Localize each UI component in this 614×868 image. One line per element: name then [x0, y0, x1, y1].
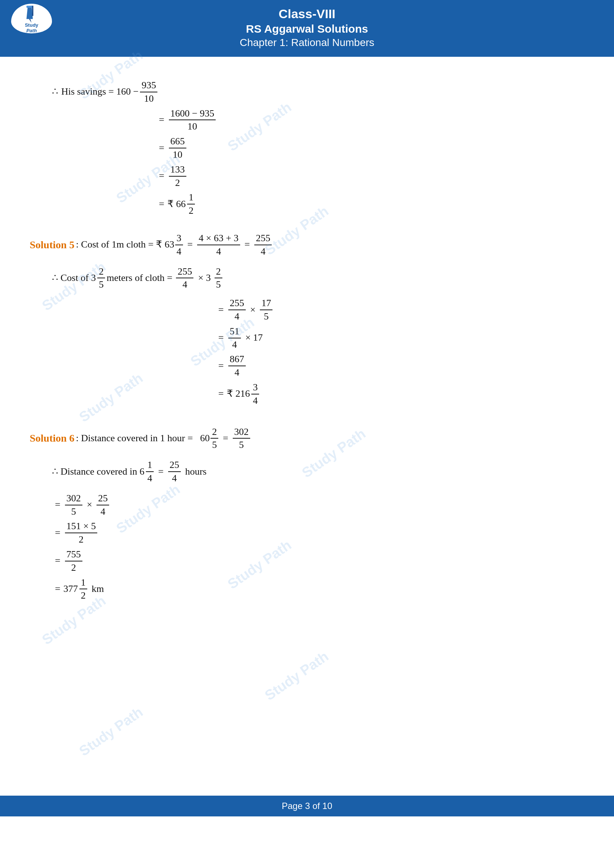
savings-text: His savings = 160 −: [61, 83, 138, 101]
sol5-line1: Solution 5 : Cost of 1m cloth = ₹ 63 3 4…: [30, 232, 584, 258]
frac-4x63p3-4: 4 × 63 + 3 4: [197, 232, 240, 258]
solution5-block: Solution 5 : Cost of 1m cloth = ₹ 63 3 4…: [30, 232, 584, 407]
frac-151x5-2: 151 × 5 2: [65, 520, 98, 546]
frac-133-2: 133 2: [169, 163, 186, 189]
sol5-line6: = ₹ 216 3 4: [215, 381, 584, 407]
frac-867-4: 867 4: [228, 353, 246, 379]
solution6-block: Solution 6 : Distance covered in 1 hour …: [30, 426, 584, 602]
svg-rect-3: [32, 6, 33, 16]
header-line1: Class-VIII: [8, 7, 606, 21]
therefore-symbol: ∴: [52, 83, 58, 101]
main-content: ∴ His savings = 160 − 935 10 = 1600 − 93…: [0, 57, 614, 632]
sol6-line3: = 302 5 × 25 4: [52, 492, 584, 518]
svg-rect-2: [26, 6, 33, 8]
savings-line1: ∴ His savings = 160 − 935 10: [52, 79, 584, 105]
sol6-line6: = 377 1 2 km: [52, 576, 584, 602]
cost-3-label: Cost of 3: [60, 270, 96, 287]
frac-755-2: 755 2: [65, 548, 82, 574]
frac-2-5-a: 2 5: [97, 265, 105, 291]
solution4-block: ∴ His savings = 160 − 935 10 = 1600 − 93…: [30, 79, 584, 217]
sol5-line5: = 867 4: [215, 353, 584, 379]
frac-2-5-b: 2 5: [215, 265, 222, 291]
frac-1-2-final: 1 2: [79, 576, 87, 602]
savings-line5: = ₹ 66 1 2: [156, 191, 584, 217]
page-number: Page 3 of 10: [282, 801, 332, 811]
sol5-line3: = 255 4 × 17 5: [215, 297, 584, 323]
watermark: Study Path: [76, 704, 146, 759]
page-header: StudyPath Class-VIII RS Aggarwal Solutio…: [0, 0, 614, 57]
solution5-label: Solution 5: [30, 236, 74, 254]
frac-51-4: 51 4: [228, 325, 241, 351]
sol5-line4: = 51 4 × 17: [215, 325, 584, 351]
sol6-line5: = 755 2: [52, 548, 584, 574]
savings-line4: = 133 2: [156, 163, 584, 189]
header-line3: Chapter 1: Rational Numbers: [8, 37, 606, 49]
frac-255-4: 255 4: [254, 232, 272, 258]
frac-half: 1 2: [187, 191, 195, 217]
page-footer: Page 3 of 10: [0, 796, 614, 817]
sol6-line4: = 151 × 5 2: [52, 520, 584, 546]
frac-255-4-c: 255 4: [228, 297, 246, 323]
frac-665-10: 665 10: [169, 135, 186, 161]
solution6-label: Solution 6: [30, 429, 74, 448]
sol6-line1: Solution 6 : Distance covered in 1 hour …: [30, 426, 584, 452]
sol6-line2: ∴ Distance covered in 6 1 4 = 25 4 hours: [52, 459, 584, 485]
frac-1-4-a: 1 4: [146, 459, 154, 485]
frac-25-4-b: 25 4: [96, 492, 109, 518]
frac-25-4: 25 4: [168, 459, 181, 485]
frac-3-4: 3 4: [175, 232, 183, 258]
frac-17-5: 17 5: [260, 297, 273, 323]
header-line2: RS Aggarwal Solutions: [8, 23, 606, 35]
frac-1600-935: 1600 − 935 10: [169, 107, 216, 133]
savings-line2: = 1600 − 935 10: [156, 107, 584, 133]
frac-302-5-b: 302 5: [65, 492, 82, 518]
frac-302-5: 302 5: [233, 426, 250, 452]
frac-255-4-b: 255 4: [176, 265, 194, 291]
frac-935-10: 935 10: [140, 79, 157, 105]
watermark: Study Path: [262, 648, 332, 704]
sol5-line2: ∴ Cost of 3 2 5 meters of cloth = 255 4 …: [52, 265, 584, 291]
savings-line3: = 665 10: [156, 135, 584, 161]
logo: StudyPath: [11, 4, 52, 33]
frac-3-4-final: 3 4: [251, 381, 259, 407]
frac-2-5-s6: 2 5: [211, 426, 218, 452]
